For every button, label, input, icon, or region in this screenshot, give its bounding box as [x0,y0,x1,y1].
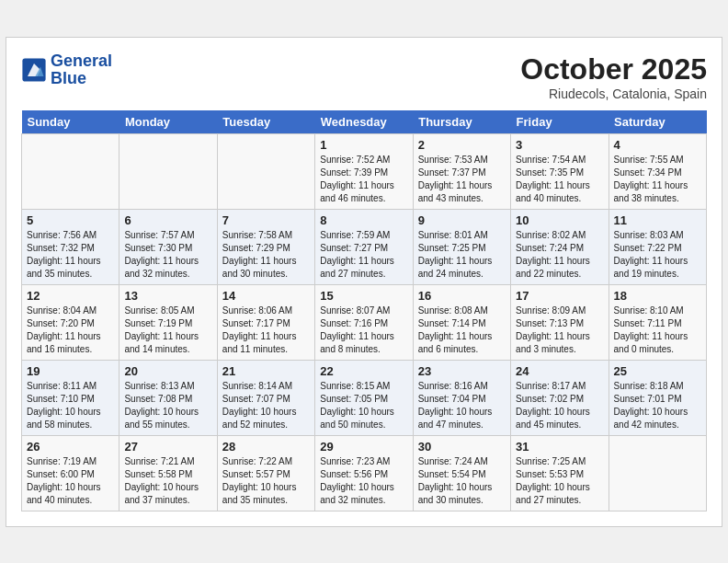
cell-details: Sunrise: 8:02 AM Sunset: 7:24 PM Dayligh… [516,229,603,281]
cell-details: Sunrise: 8:18 AM Sunset: 7:01 PM Dayligh… [614,380,701,431]
logo-icon [21,57,47,83]
weekday-header-thursday: Thursday [413,110,510,134]
day-number: 11 [614,213,701,227]
week-row-2: 12Sunrise: 8:04 AM Sunset: 7:20 PM Dayli… [22,284,707,360]
week-row-4: 26Sunrise: 7:19 AM Sunset: 6:00 PM Dayli… [22,435,707,511]
calendar-cell: 1Sunrise: 7:52 AM Sunset: 7:39 PM Daylig… [315,133,413,209]
cell-details: Sunrise: 7:54 AM Sunset: 7:35 PM Dayligh… [516,154,603,205]
cell-details: Sunrise: 7:56 AM Sunset: 7:32 PM Dayligh… [27,229,114,281]
day-number: 5 [27,213,114,227]
calendar-cell [22,133,119,209]
day-number: 30 [418,440,506,454]
cell-details: Sunrise: 8:14 AM Sunset: 7:07 PM Dayligh… [222,380,310,431]
cell-details: Sunrise: 7:22 AM Sunset: 5:57 PM Dayligh… [222,455,310,507]
calendar-cell: 18Sunrise: 8:10 AM Sunset: 7:11 PM Dayli… [609,284,706,360]
week-row-3: 19Sunrise: 8:11 AM Sunset: 7:10 PM Dayli… [22,360,707,435]
calendar-cell: 27Sunrise: 7:21 AM Sunset: 5:58 PM Dayli… [119,435,217,511]
calendar-cell: 9Sunrise: 8:01 AM Sunset: 7:25 PM Daylig… [413,209,510,284]
day-number: 4 [614,138,701,152]
weekday-header-tuesday: Tuesday [217,110,314,134]
calendar-cell: 4Sunrise: 7:55 AM Sunset: 7:34 PM Daylig… [609,133,706,209]
cell-details: Sunrise: 7:59 AM Sunset: 7:27 PM Dayligh… [320,229,407,281]
cell-details: Sunrise: 7:53 AM Sunset: 7:37 PM Dayligh… [418,154,506,205]
calendar-cell: 22Sunrise: 8:15 AM Sunset: 7:05 PM Dayli… [315,360,413,435]
calendar-cell: 29Sunrise: 7:23 AM Sunset: 5:56 PM Dayli… [315,435,413,511]
day-number: 9 [418,213,506,227]
day-number: 27 [124,440,211,454]
day-number: 22 [320,364,407,378]
calendar-cell: 5Sunrise: 7:56 AM Sunset: 7:32 PM Daylig… [22,209,119,284]
calendar-cell: 12Sunrise: 8:04 AM Sunset: 7:20 PM Dayli… [22,284,119,360]
cell-details: Sunrise: 8:13 AM Sunset: 7:08 PM Dayligh… [124,380,211,431]
day-number: 31 [516,440,603,454]
cell-details: Sunrise: 8:11 AM Sunset: 7:10 PM Dayligh… [27,380,114,431]
week-row-0: 1Sunrise: 7:52 AM Sunset: 7:39 PM Daylig… [22,133,707,209]
calendar-cell: 14Sunrise: 8:06 AM Sunset: 7:17 PM Dayli… [217,284,314,360]
day-number: 15 [320,289,407,303]
calendar-cell: 11Sunrise: 8:03 AM Sunset: 7:22 PM Dayli… [609,209,706,284]
day-number: 25 [614,364,701,378]
week-row-1: 5Sunrise: 7:56 AM Sunset: 7:32 PM Daylig… [22,209,707,284]
day-number: 1 [320,138,407,152]
cell-details: Sunrise: 8:08 AM Sunset: 7:14 PM Dayligh… [418,304,506,356]
cell-details: Sunrise: 8:04 AM Sunset: 7:20 PM Dayligh… [27,304,114,356]
day-number: 17 [516,289,603,303]
day-number: 16 [418,289,506,303]
day-number: 6 [124,213,211,227]
calendar-body: 1Sunrise: 7:52 AM Sunset: 7:39 PM Daylig… [22,133,707,511]
cell-details: Sunrise: 8:05 AM Sunset: 7:19 PM Dayligh… [124,304,211,356]
cell-details: Sunrise: 8:17 AM Sunset: 7:02 PM Dayligh… [516,380,603,431]
day-number: 13 [124,289,211,303]
calendar-cell: 24Sunrise: 8:17 AM Sunset: 7:02 PM Dayli… [511,360,609,435]
cell-details: Sunrise: 7:55 AM Sunset: 7:34 PM Dayligh… [614,154,701,205]
calendar-cell: 23Sunrise: 8:16 AM Sunset: 7:04 PM Dayli… [413,360,510,435]
day-number: 3 [516,138,603,152]
cell-details: Sunrise: 7:57 AM Sunset: 7:30 PM Dayligh… [124,229,211,281]
weekday-header-friday: Friday [511,110,609,134]
calendar-cell: 30Sunrise: 7:24 AM Sunset: 5:54 PM Dayli… [413,435,510,511]
day-number: 28 [222,440,310,454]
day-number: 8 [320,213,407,227]
calendar-header: General Blue October 2025 Riudecols, Cat… [21,52,707,101]
calendar-cell: 20Sunrise: 8:13 AM Sunset: 7:08 PM Dayli… [119,360,217,435]
day-number: 21 [222,364,310,378]
logo-text: General Blue [51,52,112,89]
day-number: 12 [27,289,114,303]
calendar-cell: 28Sunrise: 7:22 AM Sunset: 5:57 PM Dayli… [217,435,314,511]
cell-details: Sunrise: 7:24 AM Sunset: 5:54 PM Dayligh… [418,455,506,507]
weekday-header-saturday: Saturday [609,110,706,134]
calendar-cell [119,133,217,209]
day-number: 2 [418,138,506,152]
calendar-cell: 2Sunrise: 7:53 AM Sunset: 7:37 PM Daylig… [413,133,510,209]
day-number: 24 [516,364,603,378]
day-number: 10 [516,213,603,227]
weekday-header-monday: Monday [119,110,217,134]
title-block: October 2025 Riudecols, Catalonia, Spain [520,52,707,101]
day-number: 29 [320,440,407,454]
location: Riudecols, Catalonia, Spain [520,86,707,101]
cell-details: Sunrise: 8:01 AM Sunset: 7:25 PM Dayligh… [418,229,506,281]
calendar-cell: 16Sunrise: 8:08 AM Sunset: 7:14 PM Dayli… [413,284,510,360]
calendar-cell: 15Sunrise: 8:07 AM Sunset: 7:16 PM Dayli… [315,284,413,360]
logo: General Blue [21,52,112,89]
day-number: 20 [124,364,211,378]
calendar-cell: 19Sunrise: 8:11 AM Sunset: 7:10 PM Dayli… [22,360,119,435]
calendar-cell: 8Sunrise: 7:59 AM Sunset: 7:27 PM Daylig… [315,209,413,284]
calendar-cell [217,133,314,209]
cell-details: Sunrise: 8:10 AM Sunset: 7:11 PM Dayligh… [614,304,701,356]
weekday-header-sunday: Sunday [22,110,119,134]
cell-details: Sunrise: 8:07 AM Sunset: 7:16 PM Dayligh… [320,304,407,356]
weekday-header-row: SundayMondayTuesdayWednesdayThursdayFrid… [22,110,707,134]
cell-details: Sunrise: 7:21 AM Sunset: 5:58 PM Dayligh… [124,455,211,507]
calendar-cell: 17Sunrise: 8:09 AM Sunset: 7:13 PM Dayli… [511,284,609,360]
cell-details: Sunrise: 8:16 AM Sunset: 7:04 PM Dayligh… [418,380,506,431]
cell-details: Sunrise: 8:06 AM Sunset: 7:17 PM Dayligh… [222,304,310,356]
calendar-cell: 31Sunrise: 7:25 AM Sunset: 5:53 PM Dayli… [511,435,609,511]
calendar-cell: 3Sunrise: 7:54 AM Sunset: 7:35 PM Daylig… [511,133,609,209]
calendar-container: General Blue October 2025 Riudecols, Cat… [6,37,722,527]
calendar-cell: 13Sunrise: 8:05 AM Sunset: 7:19 PM Dayli… [119,284,217,360]
month-title: October 2025 [520,52,707,86]
cell-details: Sunrise: 7:52 AM Sunset: 7:39 PM Dayligh… [320,154,407,205]
cell-details: Sunrise: 7:25 AM Sunset: 5:53 PM Dayligh… [516,455,603,507]
calendar-cell: 25Sunrise: 8:18 AM Sunset: 7:01 PM Dayli… [609,360,706,435]
